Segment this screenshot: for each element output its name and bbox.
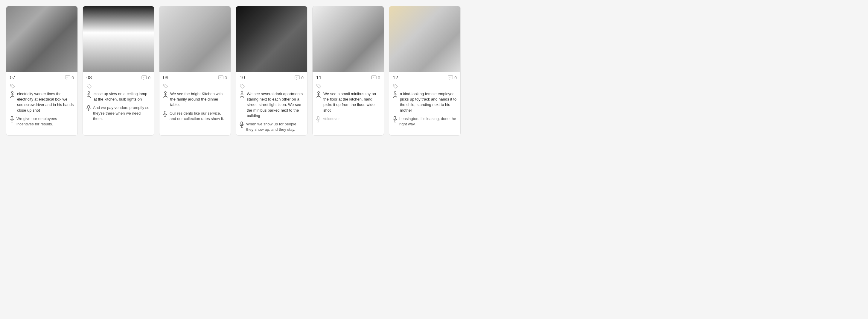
voiceover-row: We give our employees incentives for res… (10, 116, 74, 127)
mic-icon (240, 121, 244, 129)
card-11[interactable]: 11 + 0 We see a small minibus toy on the… (312, 6, 384, 136)
voiceover-row: When we show up for people, they show up… (240, 121, 304, 132)
comment-count[interactable]: + 0 (448, 76, 457, 80)
tag-row[interactable] (393, 84, 457, 89)
scene-row: close up view on a ceiling lamp at the k… (87, 91, 150, 102)
tag-row[interactable] (10, 84, 74, 89)
svg-text:+: + (220, 76, 221, 79)
svg-rect-42 (317, 116, 319, 119)
cards-grid: 07 + 0 electricity worker fixes the elec… (6, 6, 862, 136)
card-07[interactable]: 07 + 0 electricity worker fixes the elec… (6, 6, 78, 136)
svg-rect-6 (11, 116, 13, 119)
person-icon (10, 91, 14, 100)
comment-number: 0 (225, 76, 227, 80)
svg-point-2 (11, 85, 12, 86)
tag-icon (163, 84, 168, 89)
comment-count[interactable]: + 0 (371, 76, 380, 80)
svg-point-38 (318, 85, 318, 86)
comment-icon: + (448, 76, 453, 80)
svg-point-12 (88, 92, 90, 93)
person-icon (240, 91, 244, 100)
tag-row[interactable] (163, 84, 227, 89)
card-08[interactable]: 08 + 0 close up view on a ceiling lamp a… (83, 6, 154, 136)
comment-number: 0 (454, 76, 457, 80)
mic-icon (393, 116, 397, 124)
scene-description: a kind-looking female employee picks up … (400, 91, 457, 113)
scene-row: We see a small minibus toy on the floor … (316, 91, 380, 113)
card-image-07 (6, 6, 78, 72)
person-icon (316, 91, 321, 100)
comment-count[interactable]: + 0 (65, 76, 74, 80)
svg-rect-15 (88, 105, 89, 108)
tag-icon (316, 84, 321, 89)
svg-point-48 (394, 92, 396, 93)
comment-number: 0 (378, 76, 380, 80)
card-image-10 (236, 6, 307, 72)
comment-count[interactable]: + 0 (142, 76, 150, 80)
person-icon (163, 91, 168, 100)
card-number: 12 (393, 75, 398, 81)
scene-description: We see a small minibus toy on the floor … (323, 91, 380, 113)
person-icon (87, 91, 91, 100)
comment-count[interactable]: + 0 (218, 76, 227, 80)
svg-rect-51 (394, 116, 396, 119)
scene-row: We see several dark apartments staring n… (240, 91, 304, 118)
card-image-11 (313, 6, 384, 72)
person-icon (393, 91, 398, 100)
voiceover-row: Leasington. It's leasing, done the right… (393, 116, 457, 127)
tag-row[interactable] (87, 84, 150, 89)
mic-icon (316, 116, 320, 124)
comment-number: 0 (301, 76, 304, 80)
tag-icon (10, 84, 15, 89)
tag-icon (240, 84, 245, 89)
comment-icon: + (65, 76, 70, 80)
svg-rect-33 (241, 122, 243, 125)
voiceover-text: Voiceover (323, 116, 340, 121)
comment-icon: + (371, 76, 377, 80)
voiceover-text: We give our employees incentives for res… (17, 116, 74, 127)
card-number: 08 (87, 75, 92, 81)
scene-row: electricity worker fixes the electricity… (10, 91, 74, 113)
card-10[interactable]: 10 + 0 We see several dark apartments st… (236, 6, 308, 136)
svg-point-29 (241, 85, 242, 86)
card-12[interactable]: 12 + 0 a kind-looking female employee pi… (389, 6, 461, 136)
card-image-12 (389, 6, 460, 72)
svg-point-21 (164, 92, 166, 93)
voiceover-text: When we show up for people, they show up… (246, 121, 304, 132)
comment-number: 0 (148, 76, 150, 80)
mic-icon (10, 116, 14, 124)
svg-rect-24 (164, 111, 166, 114)
tag-icon (393, 84, 398, 89)
mic-icon (163, 111, 167, 118)
comment-icon: + (218, 76, 223, 80)
scene-row: a kind-looking female employee picks up … (393, 91, 457, 113)
card-09[interactable]: 09 + 0 We see the bright Kitchen with th… (159, 6, 231, 136)
tag-row[interactable] (316, 84, 380, 89)
card-image-09 (159, 6, 230, 72)
scene-description: close up view on a ceiling lamp at the k… (94, 91, 150, 102)
voiceover-text: Leasington. It's leasing, done the right… (399, 116, 457, 127)
comment-icon: + (294, 76, 300, 80)
voiceover-text: And we pay vendors promptly so they're t… (93, 105, 150, 121)
card-number: 09 (163, 75, 168, 81)
svg-text:+: + (143, 76, 144, 79)
comment-count[interactable]: + 0 (294, 76, 304, 80)
svg-point-47 (394, 85, 395, 86)
svg-point-11 (88, 85, 89, 86)
voiceover-row: And we pay vendors promptly so they're t… (87, 105, 150, 121)
svg-text:+: + (66, 76, 68, 79)
scene-description: electricity worker fixes the electricity… (17, 91, 74, 113)
voiceover-text: Our residents like our service, and our … (169, 111, 227, 121)
tag-row[interactable] (240, 84, 304, 89)
svg-point-3 (11, 92, 13, 93)
tag-icon (87, 84, 92, 89)
comment-icon: + (142, 76, 147, 80)
scene-row: We see the bright Kitchen with the famil… (163, 91, 227, 108)
card-number: 10 (240, 75, 245, 81)
mic-icon (87, 105, 91, 113)
svg-text:+: + (449, 76, 451, 79)
svg-point-20 (164, 85, 165, 86)
comment-number: 0 (71, 76, 74, 80)
scene-description: We see several dark apartments staring n… (247, 91, 304, 118)
svg-point-30 (241, 92, 243, 93)
